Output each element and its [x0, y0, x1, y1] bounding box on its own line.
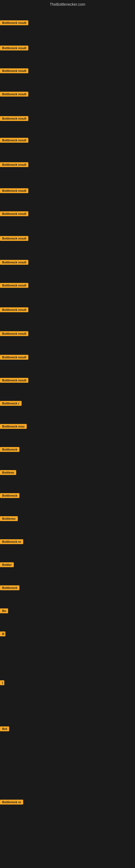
bottleneck-result-item[interactable]: Bottleneck result	[0, 45, 28, 52]
bottleneck-result-badge: Bottleneck result	[0, 92, 28, 97]
bottleneck-result-badge: |	[0, 680, 4, 685]
bottleneck-result-item[interactable]: Bottleneck result	[0, 211, 28, 217]
bottleneck-result-item[interactable]: Bottleneck result	[0, 260, 28, 266]
bottleneck-result-badge: B	[0, 631, 5, 637]
bottleneck-result-badge: Bo	[0, 609, 8, 613]
bottleneck-result-item[interactable]: Bottleneck result	[0, 355, 28, 361]
bottleneck-result-badge: Bottleneck	[0, 447, 19, 452]
bottleneck-result-item[interactable]: Bottleneck result	[0, 307, 28, 313]
bottleneck-result-badge: Bottleneck result	[0, 236, 28, 241]
bottleneck-result-badge: Bottleneck result	[0, 138, 28, 143]
bottleneck-result-item[interactable]: Bottleneck result	[0, 236, 28, 242]
bottleneck-result-item[interactable]: Bo	[0, 609, 8, 614]
bottleneck-result-badge: Bottleneck result	[0, 188, 28, 193]
bottleneck-result-badge: Bottlene	[0, 470, 16, 475]
bottleneck-result-badge: Bottleneck r	[0, 401, 21, 406]
bottleneck-result-badge: Bottleneck re	[0, 800, 23, 805]
bottleneck-result-item[interactable]: Bottleneck result	[0, 188, 28, 194]
bottleneck-result-badge: Bottler	[0, 562, 14, 567]
bottleneck-result-item[interactable]: B	[0, 631, 5, 638]
bottleneck-result-item[interactable]: Bottler	[0, 562, 14, 568]
bottleneck-result-item[interactable]: Bottlene	[0, 470, 16, 476]
bottleneck-result-badge: Bottleneck result	[0, 116, 28, 121]
bottleneck-result-badge: Bottleneck result	[0, 20, 28, 25]
bottleneck-result-item[interactable]: Bottleneck result	[0, 378, 28, 384]
bottleneck-result-badge: Bottleneck result	[0, 331, 28, 336]
bottleneck-result-item[interactable]: Bottleneck result	[0, 162, 28, 168]
bottleneck-result-item[interactable]: Bottleneck re	[0, 539, 23, 545]
bottleneck-result-badge: Bottleneck	[0, 585, 19, 590]
site-header: TheBottlenecker.com	[0, 0, 135, 8]
bottleneck-result-item[interactable]: Bottleneck result	[0, 20, 28, 26]
bottleneck-result-badge: Bottleneck result	[0, 68, 28, 73]
bottleneck-result-badge: Bottleneck result	[0, 355, 28, 360]
bottleneck-result-item[interactable]: Bottleneck result	[0, 138, 28, 144]
bottleneck-result-item[interactable]: Bottlenec	[0, 516, 18, 522]
bottleneck-result-item[interactable]: Bottleneck result	[0, 331, 28, 337]
bottleneck-result-item[interactable]: Bottleneck result	[0, 68, 28, 74]
bottleneck-result-badge: Bottleneck result	[0, 162, 28, 167]
bottleneck-result-badge: Bottleneck re	[0, 539, 23, 544]
bottleneck-result-badge: Bottleneck result	[0, 307, 28, 312]
bottleneck-result-item[interactable]: Bottleneck r	[0, 401, 21, 407]
bottleneck-result-badge: Bottlenec	[0, 516, 18, 521]
bottleneck-result-badge: Bot	[0, 726, 9, 731]
bottleneck-result-badge: Bottleneck	[0, 493, 19, 498]
site-title: TheBottlenecker.com	[50, 2, 85, 6]
bottleneck-result-item[interactable]: Bottleneck re	[0, 800, 23, 806]
bottleneck-result-badge: Bottleneck result	[0, 45, 28, 51]
bottleneck-result-badge: Bottleneck result	[0, 283, 28, 288]
bottleneck-result-item[interactable]: Bot	[0, 726, 9, 733]
bottleneck-result-item[interactable]: |	[0, 680, 4, 686]
bottleneck-result-item[interactable]: Bottleneck resu	[0, 424, 27, 430]
bottleneck-result-item[interactable]: Bottleneck result	[0, 283, 28, 289]
bottleneck-result-item[interactable]: Bottleneck result	[0, 116, 28, 122]
bottleneck-result-badge: Bottleneck resu	[0, 424, 27, 429]
bottleneck-result-item[interactable]: Bottleneck	[0, 447, 19, 453]
bottleneck-result-badge: Bottleneck result	[0, 260, 28, 265]
bottleneck-result-badge: Bottleneck result	[0, 211, 28, 216]
bottleneck-result-item[interactable]: Bottleneck result	[0, 92, 28, 98]
bottleneck-result-item[interactable]: Bottleneck	[0, 493, 19, 499]
bottleneck-result-badge: Bottleneck result	[0, 378, 28, 383]
bottleneck-result-item[interactable]: Bottleneck	[0, 585, 19, 591]
